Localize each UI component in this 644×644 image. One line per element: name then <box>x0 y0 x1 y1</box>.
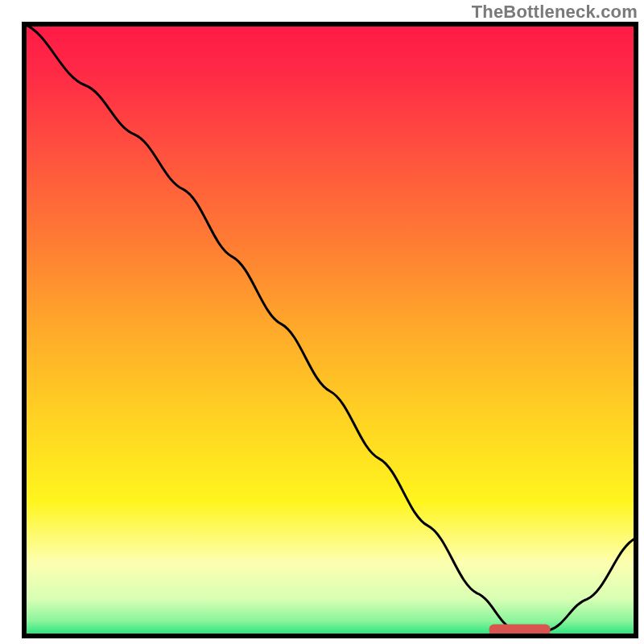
chart-container: TheBottleneck.com <box>0 0 644 644</box>
plot-background <box>24 24 636 636</box>
watermark-label: TheBottleneck.com <box>472 2 638 23</box>
bottleneck-chart <box>0 0 644 644</box>
